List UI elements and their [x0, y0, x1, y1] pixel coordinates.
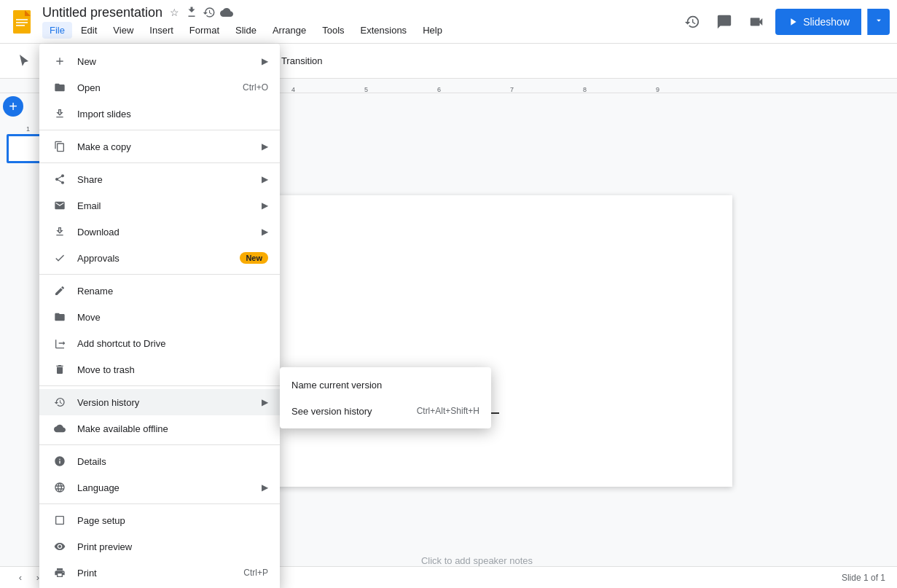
- download-arrow-icon: ▶: [262, 227, 268, 237]
- submenu-name-version[interactable]: Name current version: [280, 372, 491, 398]
- menu-make-offline[interactable]: Make available offline: [39, 415, 280, 442]
- menu-version-history-label: Version history: [77, 397, 256, 408]
- slideshow-dropdown-button[interactable]: [867, 9, 890, 35]
- version-history-icon: [51, 393, 68, 411]
- copy-arrow-icon: ▶: [262, 141, 268, 152]
- download-icon: [51, 223, 68, 240]
- page-setup-icon: [51, 511, 68, 529]
- file-menu-dropdown: New ▶ Open Ctrl+O Import slides Make a c…: [39, 44, 280, 588]
- menu-language-label: Language: [77, 482, 256, 493]
- menu-item-edit[interactable]: Edit: [74, 22, 104, 39]
- slide-nav-left[interactable]: ‹: [12, 569, 29, 587]
- menu-item-file[interactable]: File: [42, 22, 72, 39]
- divider-6: [39, 503, 280, 504]
- divider-1: [39, 130, 280, 130]
- menu-open[interactable]: Open Ctrl+O: [39, 74, 280, 101]
- menu-email-label: Email: [77, 200, 256, 211]
- offline-icon: [51, 420, 68, 437]
- language-icon: [51, 479, 68, 496]
- menu-rename-label: Rename: [77, 286, 268, 297]
- move-icon: [51, 308, 68, 326]
- divider-4: [39, 385, 280, 386]
- cloud-save-icon: [219, 5, 234, 20]
- menu-new[interactable]: New ▶: [39, 48, 280, 74]
- open-shortcut: Ctrl+O: [243, 82, 268, 93]
- title-icons: ☆: [167, 5, 234, 20]
- open-icon: [51, 79, 68, 96]
- menu-item-arrange[interactable]: Arrange: [265, 22, 313, 39]
- app-logo: [7, 7, 36, 36]
- menu-add-shortcut-label: Add shortcut to Drive: [77, 338, 268, 349]
- svg-rect-6: [16, 25, 25, 26]
- menu-print[interactable]: Print Ctrl+P: [39, 560, 280, 586]
- menu-download-label: Download: [77, 227, 256, 238]
- menu-page-setup[interactable]: Page setup: [39, 507, 280, 533]
- history-btn[interactable]: [679, 9, 705, 35]
- meet-btn[interactable]: [743, 9, 769, 35]
- see-history-shortcut: Ctrl+Alt+Shift+H: [417, 406, 479, 416]
- add-slide-button[interactable]: +: [3, 96, 23, 117]
- comments-btn[interactable]: [711, 9, 737, 35]
- print-shortcut: Ctrl+P: [243, 568, 268, 578]
- print-icon: [51, 564, 68, 581]
- menu-item-tools[interactable]: Tools: [315, 22, 351, 39]
- menu-approvals-label: Approvals: [77, 253, 234, 264]
- import-icon: [51, 105, 68, 122]
- menu-import-slides[interactable]: Import slides: [39, 101, 280, 127]
- menu-item-slide[interactable]: Slide: [228, 22, 264, 39]
- menu-language[interactable]: Language ▶: [39, 474, 280, 501]
- details-icon: [51, 452, 68, 470]
- slide-canvas[interactable]: [222, 195, 732, 487]
- menu-share[interactable]: Share ▶: [39, 166, 280, 192]
- approvals-icon: [51, 249, 68, 267]
- menu-add-shortcut[interactable]: Add shortcut to Drive: [39, 330, 280, 356]
- title-area: Untitled presentation ☆ File Edit View I…: [42, 5, 679, 39]
- menu-move-trash[interactable]: Move to trash: [39, 356, 280, 383]
- save-icon[interactable]: [184, 5, 199, 20]
- menu-rename[interactable]: Rename: [39, 278, 280, 304]
- new-icon: [51, 52, 68, 70]
- menu-approvals[interactable]: Approvals New: [39, 245, 280, 271]
- menu-item-format[interactable]: Format: [182, 22, 227, 39]
- submenu-name-version-label: Name current version: [291, 380, 479, 391]
- presentation-title[interactable]: Untitled presentation: [42, 5, 162, 20]
- menu-make-copy-label: Make a copy: [77, 141, 256, 152]
- menu-item-insert[interactable]: Insert: [142, 22, 181, 39]
- menu-version-history[interactable]: Version history ▶: [39, 389, 280, 415]
- menu-item-view[interactable]: View: [106, 22, 141, 39]
- menu-page-setup-label: Page setup: [77, 515, 268, 526]
- menu-print-preview-label: Print preview: [77, 541, 268, 552]
- copy-icon: [51, 138, 68, 155]
- approvals-badge: New: [240, 252, 268, 264]
- menu-item-help[interactable]: Help: [415, 22, 450, 39]
- menu-details[interactable]: Details: [39, 448, 280, 474]
- toolbar-select-tool[interactable]: [9, 50, 39, 72]
- menu-move[interactable]: Move: [39, 304, 280, 330]
- menu-email[interactable]: Email ▶: [39, 192, 280, 219]
- svg-rect-4: [16, 19, 28, 20]
- email-icon: [51, 197, 68, 214]
- title-bar: Untitled presentation ☆ File Edit View I…: [0, 0, 897, 44]
- star-icon[interactable]: ☆: [167, 5, 181, 20]
- menu-download[interactable]: Download ▶: [39, 219, 280, 245]
- header-right: Slideshow: [679, 9, 890, 35]
- history-icon[interactable]: [202, 5, 216, 20]
- shortcut-icon: [51, 334, 68, 352]
- divider-3: [39, 274, 280, 275]
- speaker-notes[interactable]: Click to add speaker notes: [421, 555, 533, 566]
- version-history-arrow-icon: ▶: [262, 397, 268, 407]
- menu-make-offline-label: Make available offline: [77, 423, 268, 434]
- menu-move-label: Move: [77, 312, 268, 323]
- slideshow-button[interactable]: Slideshow: [775, 9, 861, 35]
- version-history-submenu: Name current version See version history…: [280, 367, 491, 428]
- menu-make-copy[interactable]: Make a copy ▶: [39, 133, 280, 160]
- divider-5: [39, 444, 280, 445]
- menu-new-label: New: [77, 56, 256, 67]
- submenu-see-history[interactable]: See version history Ctrl+Alt+Shift+H: [280, 398, 491, 424]
- menu-print-preview[interactable]: Print preview: [39, 533, 280, 560]
- menu-import-slides-label: Import slides: [77, 109, 268, 119]
- divider-2: [39, 162, 280, 163]
- menu-item-extensions[interactable]: Extensions: [353, 22, 415, 39]
- toolbar-transition[interactable]: Transition: [273, 51, 332, 71]
- svg-rect-5: [16, 22, 28, 23]
